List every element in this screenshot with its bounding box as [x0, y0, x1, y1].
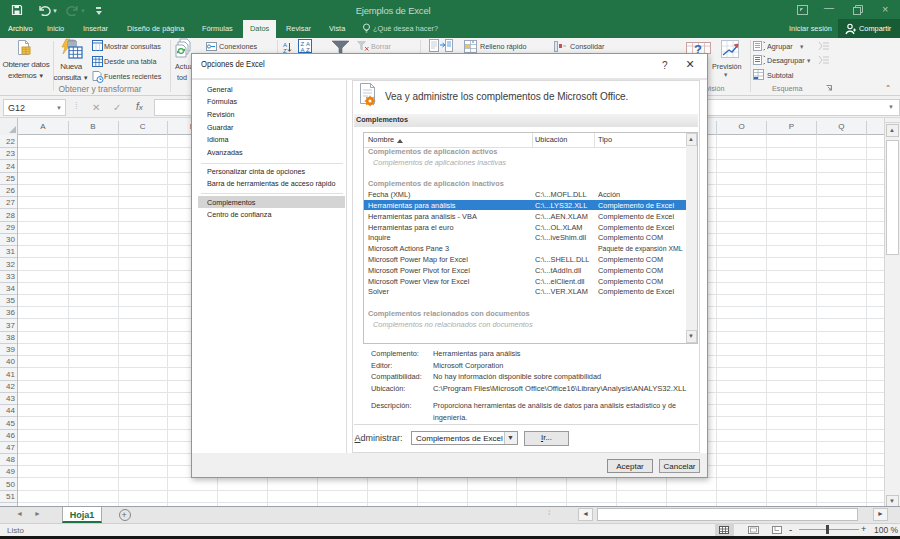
svg-text:A: A [306, 41, 310, 47]
svg-text:Z: Z [301, 41, 305, 47]
